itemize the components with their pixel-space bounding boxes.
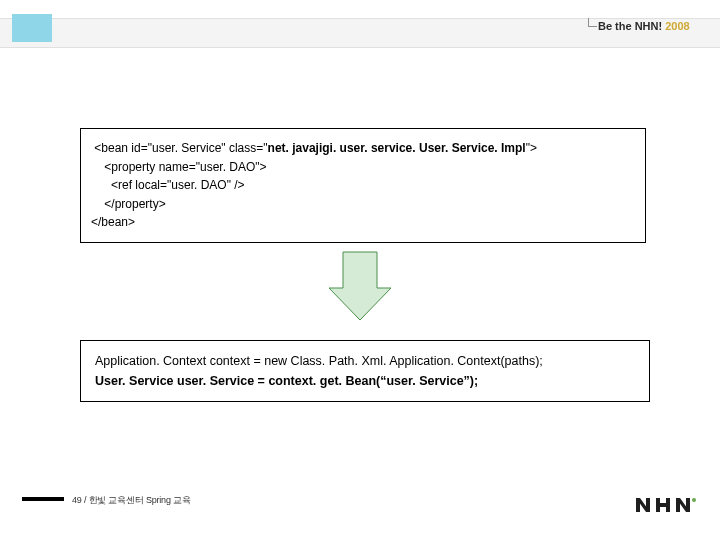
- svg-point-10: [692, 498, 696, 502]
- code-l1c: ">: [526, 141, 537, 155]
- code2-l2: User. Service user. Service = context. g…: [95, 374, 478, 388]
- svg-rect-6: [656, 503, 670, 507]
- code-l1a: <bean id="user. Service" class=": [91, 141, 268, 155]
- code-l3: <ref local="user. DAO" />: [91, 178, 245, 192]
- code-box-context-usage: Application. Context context = new Class…: [80, 340, 650, 402]
- code-l5: </bean>: [91, 215, 135, 229]
- down-arrow-icon: [325, 248, 395, 323]
- header-chip: [12, 14, 52, 42]
- code-box-bean-definition: <bean id="user. Service" class="net. jav…: [80, 128, 646, 243]
- header-tick-icon: [588, 18, 597, 27]
- code-l2: <property name="user. DAO">: [91, 160, 267, 174]
- brand-prefix: Be the NHN!: [598, 20, 662, 32]
- footer-label: 49 / 한빛 교육센터 Spring 교육: [72, 494, 191, 507]
- footer-rule: [22, 497, 64, 501]
- header-brand: Be the NHN! 2008: [598, 20, 690, 32]
- nhn-logo-icon: [636, 496, 696, 514]
- code-l1b-classname: net. javajigi. user. service. User. Serv…: [268, 141, 526, 155]
- code2-l1: Application. Context context = new Class…: [95, 354, 543, 368]
- svg-marker-0: [329, 252, 391, 320]
- code-l4: </property>: [91, 197, 166, 211]
- brand-year: 2008: [665, 20, 689, 32]
